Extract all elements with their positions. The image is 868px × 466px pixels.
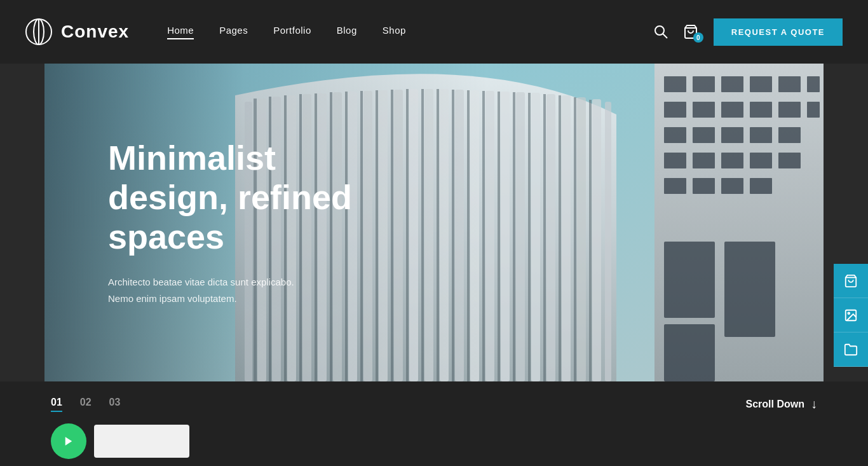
svg-rect-32 <box>605 102 611 381</box>
side-image-icon <box>844 308 858 322</box>
svg-point-3 <box>655 26 664 35</box>
side-icons-panel <box>834 264 868 367</box>
svg-rect-62 <box>807 76 820 92</box>
svg-rect-67 <box>778 102 801 118</box>
cart-badge: 0 <box>693 32 703 43</box>
svg-rect-25 <box>501 92 510 381</box>
svg-rect-73 <box>778 127 801 143</box>
svg-rect-60 <box>750 76 772 92</box>
svg-rect-76 <box>721 153 743 168</box>
svg-rect-86 <box>724 286 775 337</box>
hero-subtitle: Architecto beatae vitae dicta sunt expli… <box>108 275 324 307</box>
search-icon <box>654 25 668 39</box>
white-action-button[interactable] <box>94 425 189 458</box>
nav-shop[interactable]: Shop <box>383 25 406 39</box>
svg-rect-81 <box>721 178 743 194</box>
svg-rect-49 <box>498 92 500 381</box>
side-folder-icon <box>844 343 858 357</box>
bottom-buttons <box>51 423 189 459</box>
svg-rect-61 <box>778 76 801 92</box>
svg-rect-75 <box>693 153 715 168</box>
hero-section: Minimalist design, refined spaces Archit… <box>44 64 824 381</box>
cart-button[interactable]: 0 <box>683 24 698 39</box>
nav-home[interactable]: Home <box>167 25 194 39</box>
nav-blog[interactable]: Blog <box>337 25 357 39</box>
hero-subtitle-line2: Nemo enim ipsam voluptatem. <box>108 293 237 304</box>
svg-rect-58 <box>693 76 715 92</box>
svg-rect-50 <box>513 92 515 381</box>
svg-line-4 <box>663 34 667 38</box>
logo-area: Convex <box>25 18 129 45</box>
hero-title: Minimalist design, refined spaces <box>108 138 375 256</box>
svg-rect-74 <box>664 153 686 168</box>
svg-rect-66 <box>750 102 772 118</box>
svg-rect-27 <box>531 93 540 381</box>
svg-rect-70 <box>693 127 715 143</box>
bottom-bar: 01 02 03 Scroll Down ↓ <box>0 381 868 466</box>
svg-rect-78 <box>778 153 801 168</box>
svg-rect-28 <box>546 94 555 381</box>
svg-rect-30 <box>577 97 586 381</box>
svg-rect-68 <box>807 102 820 118</box>
logo-icon <box>25 18 52 45</box>
svg-rect-31 <box>592 99 601 381</box>
svg-rect-79 <box>664 178 686 194</box>
side-image-button[interactable] <box>834 298 868 332</box>
svg-rect-72 <box>750 127 772 143</box>
svg-rect-26 <box>516 92 525 381</box>
search-button[interactable] <box>654 25 668 39</box>
svg-rect-82 <box>750 178 772 194</box>
svg-rect-55 <box>589 100 592 381</box>
svg-rect-53 <box>559 95 561 381</box>
svg-rect-69 <box>664 127 686 143</box>
hero-subtitle-line1: Architecto beatae vitae dicta sunt expli… <box>108 277 294 288</box>
svg-rect-85 <box>664 324 715 381</box>
slide-indicator-3[interactable]: 03 <box>109 397 121 408</box>
play-icon <box>63 435 74 447</box>
scroll-down-arrow: ↓ <box>811 397 817 411</box>
svg-rect-63 <box>664 102 686 118</box>
side-cart-button[interactable] <box>834 264 868 298</box>
main-nav: Home Pages Portfolio Blog Shop <box>167 25 654 39</box>
side-folder-button[interactable] <box>834 332 868 367</box>
slide-indicator-2[interactable]: 02 <box>80 397 92 408</box>
svg-rect-77 <box>750 153 772 168</box>
svg-marker-91 <box>65 437 72 446</box>
nav-pages[interactable]: Pages <box>219 25 248 39</box>
hero-content: Minimalist design, refined spaces Archit… <box>108 138 375 306</box>
svg-rect-64 <box>693 102 715 118</box>
svg-rect-57 <box>664 76 686 92</box>
cta-button[interactable]: REQUEST A QUOTE <box>714 18 843 46</box>
green-action-button[interactable] <box>51 423 86 459</box>
svg-rect-54 <box>574 97 576 381</box>
side-cart-icon <box>844 274 858 288</box>
header-right: 0 REQUEST A QUOTE <box>654 18 843 46</box>
svg-rect-80 <box>693 178 715 194</box>
svg-point-90 <box>848 312 850 314</box>
svg-rect-51 <box>528 93 531 381</box>
slide-indicators: 01 02 03 <box>51 397 189 408</box>
svg-rect-52 <box>543 94 546 381</box>
site-header: Convex Home Pages Portfolio Blog Shop 0 … <box>0 0 868 64</box>
nav-portfolio[interactable]: Portfolio <box>273 25 311 39</box>
svg-rect-59 <box>721 76 743 92</box>
svg-rect-29 <box>562 95 571 381</box>
svg-rect-65 <box>721 102 743 118</box>
logo-text: Convex <box>61 22 129 42</box>
svg-rect-71 <box>721 127 743 143</box>
scroll-down-label: Scroll Down <box>746 399 804 410</box>
svg-rect-83 <box>664 242 715 318</box>
scroll-down[interactable]: Scroll Down ↓ <box>746 397 817 411</box>
slide-indicator-1[interactable]: 01 <box>51 397 62 408</box>
